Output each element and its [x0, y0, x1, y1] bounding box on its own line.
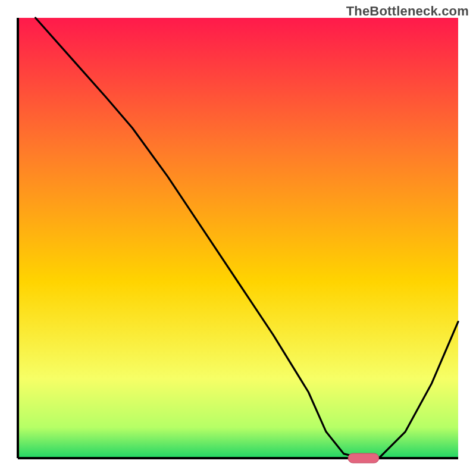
bottleneck-chart: [0, 0, 476, 476]
gradient-background: [18, 18, 458, 458]
optimum-marker: [348, 453, 379, 463]
plot-area: [18, 18, 458, 463]
chart-container: TheBottleneck.com: [0, 0, 476, 476]
